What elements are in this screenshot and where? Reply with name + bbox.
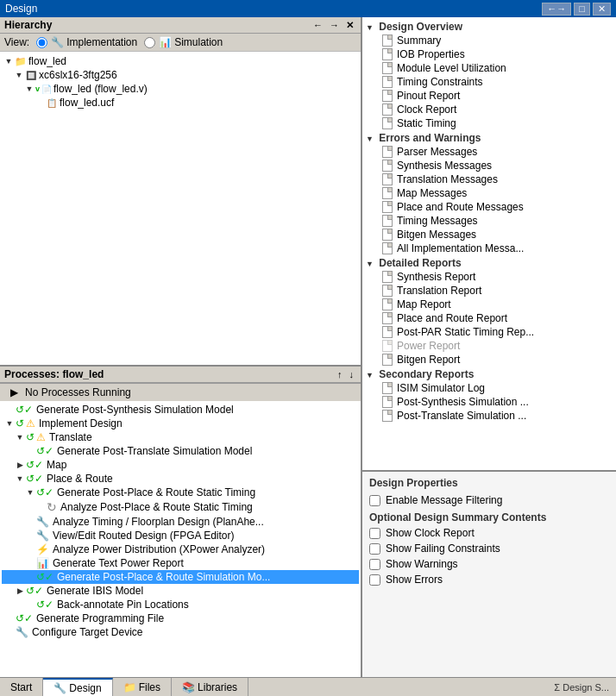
rtree-power-report[interactable]: Power Report [364,339,614,353]
proc-analyze-par-static[interactable]: ↻ Analyze Post-Place & Route Static Timi… [2,499,359,515]
expand-xc6slx16[interactable]: ▼ [15,71,23,79]
implementation-label[interactable]: 🔧 Implementation [51,36,137,48]
rtree-bitgen-msg[interactable]: Bitgen Messages [364,228,614,241]
hierarchy-label: Hierarchy [4,19,52,31]
minimize-btn[interactable]: ←→ [542,3,571,16]
proc-gen-post-par-sim[interactable]: ↺✓ Generate Post-Place & Route Simulatio… [2,570,359,584]
tree-item-flow-led-v[interactable]: ▼ v 📄 flow_led (flow_led.v) [3,82,358,96]
rtree-summary[interactable]: Summary [364,34,614,47]
prop-show-clock[interactable]: Show Clock Report [369,525,609,541]
expand-impl-design[interactable]: ▼ [5,419,14,428]
proc-configure-target[interactable]: 🔧 Configure Target Device [2,625,359,639]
rtree-par-msg[interactable]: Place and Route Messages [364,200,614,214]
rtree-parser-msg[interactable]: Parser Messages [364,145,614,159]
simulation-label[interactable]: 📊 Simulation [159,36,223,48]
label-impl-design: Implement Design [39,417,123,430]
expand-flow-led-v[interactable]: ▼ [25,85,34,93]
label-enable-filter[interactable]: Enable Message Filtering [386,494,502,506]
hierarchy-close[interactable]: ✕ [343,20,356,31]
rtree-synth-msg[interactable]: Synthesis Messages [364,159,614,172]
rtree-clock-report[interactable]: Clock Report [364,103,614,116]
prop-enable-msg-filtering[interactable]: Enable Message Filtering [369,492,609,508]
rtree-trans-report[interactable]: Translation Report [364,284,614,298]
rtree-bitgen-report[interactable]: Bitgen Report [364,353,614,367]
proc-place-route[interactable]: ▼ ↺✓ Place & Route [2,472,359,486]
expand-design-overview[interactable]: ▼ [366,23,374,32]
proc-back-annotate[interactable]: ↺✓ Back-annotate Pin Locations [2,598,359,611]
rtree-iob[interactable]: IOB Properties [364,47,614,61]
tree-item-xc6slx16[interactable]: ▼ 🔲 xc6slx16-3ftg256 [3,68,358,82]
label-show-failing[interactable]: Show Failing Constraints [386,542,500,555]
rtree-pinout[interactable]: Pinout Report [364,89,614,103]
proc-gen-post-trans[interactable]: ↺✓ Generate Post-Translate Simulation Mo… [2,444,359,458]
checkbox-enable-filter[interactable] [369,495,380,506]
processes-scroll-up[interactable]: ↑ [335,369,345,379]
expand-place-route[interactable]: ▼ [16,474,24,483]
close-btn[interactable]: ✕ [593,3,611,16]
rtree-static-timing[interactable]: Static Timing [364,116,614,130]
processes-scroll-down[interactable]: ↓ [347,369,357,379]
rtree-isim-log[interactable]: ISIM Simulator Log [364,381,614,395]
status-icon-gen-par-static: ↺✓ [36,486,53,498]
tab-start[interactable]: Start [0,678,43,696]
label-show-clock[interactable]: Show Clock Report [386,527,475,539]
prop-show-warnings[interactable]: Show Warnings [369,556,609,572]
proc-map[interactable]: ▶ ↺✓ Map [2,458,359,472]
proc-gen-ibis[interactable]: ▶ ↺✓ Generate IBIS Model [2,584,359,598]
implementation-radio[interactable] [36,37,47,48]
proc-impl-design[interactable]: ▼ ↺ ⚠ Implement Design [2,417,359,430]
rtree-par-report[interactable]: Place and Route Report [364,311,614,325]
tree-item-flow-led[interactable]: ▼ 📁 flow_led [3,54,358,68]
doc-icon-static-timing [381,117,393,129]
simulation-radio[interactable] [144,37,155,48]
checkbox-show-warnings[interactable] [369,559,380,570]
checkbox-show-failing[interactable] [369,543,380,555]
rtree-all-impl-msg[interactable]: All Implementation Messa... [364,241,614,255]
rtree-timing-constraints[interactable]: Timing Constraints [364,75,614,89]
proc-gen-text-power[interactable]: 📊 Generate Text Power Report [2,556,359,570]
doc-icon-post-par [381,326,393,338]
rtree-map-report[interactable]: Map Report [364,298,614,311]
proc-translate[interactable]: ▼ ↺ ⚠ Translate [2,430,359,444]
checkbox-show-errors[interactable] [369,574,380,586]
label-analyze-timing: Analyze Timing / Floorplan Design (PlanA… [53,516,264,528]
rtree-post-trans-sim[interactable]: Post-Translate Simulation ... [364,409,614,423]
expand-translate[interactable]: ▼ [16,433,24,442]
rtree-trans-msg[interactable]: Translation Messages [364,172,614,186]
proc-analyze-power[interactable]: ⚡ Analyze Power Distribution (XPower Ana… [2,542,359,556]
expand-secondary-reports[interactable]: ▼ [366,371,374,379]
tab-libraries[interactable]: 📚 Libraries [172,678,248,696]
titlebar-controls: ←→ □ ✕ [542,3,611,16]
maximize-btn[interactable]: □ [574,3,590,16]
label-show-errors[interactable]: Show Errors [386,574,443,586]
prop-show-errors[interactable]: Show Errors [369,572,609,587]
expand-gen-ibis[interactable]: ▶ [16,586,24,595]
expand-flow-led[interactable]: ▼ [4,57,13,66]
hierarchy-move-right[interactable]: → [327,20,342,31]
rtree-post-synth-sim[interactable]: Post-Synthesis Simulation ... [364,395,614,409]
rtree-map-msg[interactable]: Map Messages [364,186,614,200]
tab-files[interactable]: 📁 Files [113,678,172,696]
label-show-warnings[interactable]: Show Warnings [386,558,458,570]
rtree-module-util[interactable]: Module Level Utilization [364,61,614,75]
rtree-synth-report[interactable]: Synthesis Report [364,270,614,284]
expand-errors-warnings[interactable]: ▼ [366,135,374,143]
tab-design[interactable]: 🔧 Design [43,678,112,696]
expand-gen-par-static[interactable]: ▼ [26,488,35,497]
proc-gen-post-synth[interactable]: ↺✓ Generate Post-Synthesis Simulation Mo… [2,403,359,417]
prop-show-failing[interactable]: Show Failing Constraints [369,541,609,556]
rtree-post-par-static[interactable]: Post-PAR Static Timing Rep... [364,325,614,339]
hierarchy-header: Hierarchy ← → ✕ [0,17,361,34]
proc-gen-post-par-static[interactable]: ▼ ↺✓ Generate Post-Place & Route Static … [2,486,359,499]
proc-analyze-timing[interactable]: 🔧 Analyze Timing / Floorplan Design (Pla… [2,515,359,529]
proc-gen-programming[interactable]: ↺✓ Generate Programming File [2,611,359,625]
hierarchy-move-left[interactable]: ← [311,20,325,31]
expand-map[interactable]: ▶ [16,461,24,469]
expand-detailed-reports[interactable]: ▼ [366,260,374,268]
play-button[interactable]: ▶ [7,386,21,399]
rtree-timing-msg[interactable]: Timing Messages [364,214,614,228]
status-icon-translate: ↺ [26,431,35,443]
tree-item-flow-led-ucf[interactable]: 📋 flow_led.ucf [3,96,358,110]
checkbox-show-clock[interactable] [369,528,380,539]
proc-view-edit-routed[interactable]: 🔧 View/Edit Routed Design (FPGA Editor) [2,529,359,542]
